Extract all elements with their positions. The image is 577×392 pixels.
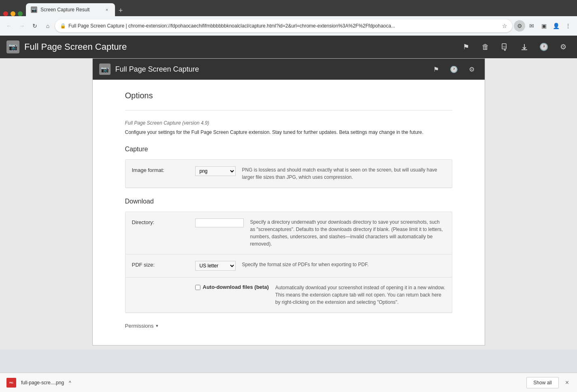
capture-section: Image format: png jpg PNG is lossless an… <box>125 159 452 188</box>
download-expand-icon[interactable]: ^ <box>69 380 71 386</box>
ext-inner-title: Full Page Screen Capture <box>115 65 425 74</box>
ext-inner-logo-icon: 📷 <box>99 64 111 75</box>
auto-download-row: Auto-download files (beta) Automatically… <box>126 278 452 313</box>
menu-button[interactable]: ⋮ <box>562 20 574 32</box>
image-format-select[interactable]: png jpg <box>195 166 236 176</box>
auto-download-checkbox[interactable] <box>195 285 200 290</box>
page-title: Options <box>125 91 452 100</box>
address-lock-icon: 🔒 <box>60 23 66 29</box>
version-text: Full Page Screen Capture (version 4.9) <box>125 120 452 126</box>
directory-input[interactable] <box>195 218 244 227</box>
extension-inner-page: 📷 Full Page Screen Capture ⚑ 🕐 ⚙ Options… <box>92 58 485 345</box>
browser-tab[interactable]: 📷 Screen Capture Result × <box>26 3 115 16</box>
tab-title: Screen Capture Result <box>40 7 100 13</box>
auto-download-label-spacer <box>132 284 189 285</box>
options-content: Options Full Page Screen Capture (versio… <box>93 80 485 345</box>
trash-button[interactable]: 🗑 <box>478 40 493 54</box>
new-tab-button[interactable]: + <box>115 5 126 16</box>
pdf-size-row: PDF size: US letter A4 A3 Specify the fo… <box>126 254 452 278</box>
tab-close-button[interactable]: × <box>104 6 110 13</box>
auto-download-control: Auto-download files (beta) <box>195 284 269 290</box>
image-format-control[interactable]: png jpg <box>195 166 236 176</box>
page-content: 📷 Full Page Screen Capture ⚑ 🕐 ⚙ Options… <box>0 58 577 350</box>
home-button[interactable]: ⌂ <box>42 20 53 32</box>
profile-button[interactable]: 👤 <box>550 20 562 32</box>
nav-icons-right: ⚙ ✉ ▣ 👤 ⋮ <box>514 20 574 32</box>
download-bar: PNG full-page-scre....png ^ Show all × <box>0 373 577 392</box>
settings-button[interactable]: ⚙ <box>556 40 571 54</box>
directory-control[interactable] <box>195 218 244 227</box>
pdf-size-control[interactable]: US letter A4 A3 <box>195 261 236 271</box>
navigation-bar: ← → ↻ ⌂ 🔒 Full Page Screen Capture | chr… <box>0 16 577 36</box>
directory-label: Directory: <box>132 218 189 225</box>
tab-favicon: 📷 <box>31 6 37 13</box>
permissions-arrow-icon: ▾ <box>156 323 158 328</box>
address-text: Full Page Screen Capture | chrome-extens… <box>68 23 500 29</box>
download-close-button[interactable]: × <box>564 377 571 388</box>
forward-button[interactable]: → <box>16 20 28 32</box>
image-format-row: Image format: png jpg PNG is lossless an… <box>126 160 452 188</box>
download-file-icon: PNG <box>6 378 16 388</box>
ext-inner-header: 📷 Full Page Screen Capture ⚑ 🕐 ⚙ <box>93 59 485 80</box>
permissions-section: Permissions ▾ <box>125 323 452 329</box>
extension-settings-button[interactable]: ⚙ <box>514 20 525 32</box>
capture-section-title: Capture <box>125 146 452 153</box>
divider-top <box>125 110 452 110</box>
reload-button[interactable]: ↻ <box>29 20 40 32</box>
flag-button[interactable]: ⚑ <box>459 40 473 54</box>
permissions-label: Permissions <box>125 323 154 329</box>
download-section-title: Download <box>125 198 452 205</box>
back-button[interactable]: ← <box>3 20 15 32</box>
svg-text:PDF: PDF <box>503 46 507 48</box>
inner-history-button[interactable]: 🕐 <box>447 63 460 76</box>
traffic-light-green[interactable] <box>18 11 23 16</box>
traffic-light-red[interactable] <box>3 11 8 16</box>
pdf-size-label: PDF size: <box>132 261 189 268</box>
description-text: Configure your settings for the Full Pag… <box>125 129 452 136</box>
traffic-light-yellow[interactable] <box>11 11 15 16</box>
ext-toolbar-title: Full Page Screen Capture <box>24 42 454 52</box>
bookmark-star-icon[interactable]: ☆ <box>502 23 507 29</box>
directory-desc: Specify a directory underneath your down… <box>250 218 445 248</box>
download-section: Directory: Specify a directory underneat… <box>125 212 452 313</box>
screen-capture-icon-button[interactable]: ▣ <box>538 20 549 32</box>
permissions-toggle[interactable]: Permissions ▾ <box>125 323 452 329</box>
extension-toolbar: 📷 Full Page Screen Capture ⚑ 🗑 PDF 🕐 ⚙ <box>0 36 577 58</box>
pdf-size-desc: Specify the format size of PDFs for when… <box>242 261 445 268</box>
image-format-label: Image format: <box>132 166 189 173</box>
pdf-size-select[interactable]: US letter A4 A3 <box>195 261 236 271</box>
image-format-desc: PNG is lossless and should match exactly… <box>242 166 445 181</box>
svg-text:PNG: PNG <box>9 382 13 384</box>
show-all-button[interactable]: Show all <box>526 377 558 388</box>
address-bar[interactable]: 🔒 Full Page Screen Capture | chrome-exte… <box>55 19 512 32</box>
directory-row: Directory: Specify a directory underneat… <box>126 212 452 254</box>
auto-download-checkbox-label: Auto-download files (beta) <box>203 284 269 290</box>
download-filename: full-page-scre....png <box>21 380 64 386</box>
download-pdf-button[interactable]: PDF <box>498 40 512 54</box>
auto-download-desc: Automatically download your screenshot i… <box>275 284 445 306</box>
ext-logo-icon: 📷 <box>6 40 19 53</box>
email-icon-button[interactable]: ✉ <box>526 20 537 32</box>
history-button[interactable]: 🕐 <box>537 40 551 54</box>
inner-settings-button[interactable]: ⚙ <box>465 63 478 76</box>
download-button[interactable] <box>517 40 532 54</box>
inner-flag-button[interactable]: ⚑ <box>430 63 443 76</box>
